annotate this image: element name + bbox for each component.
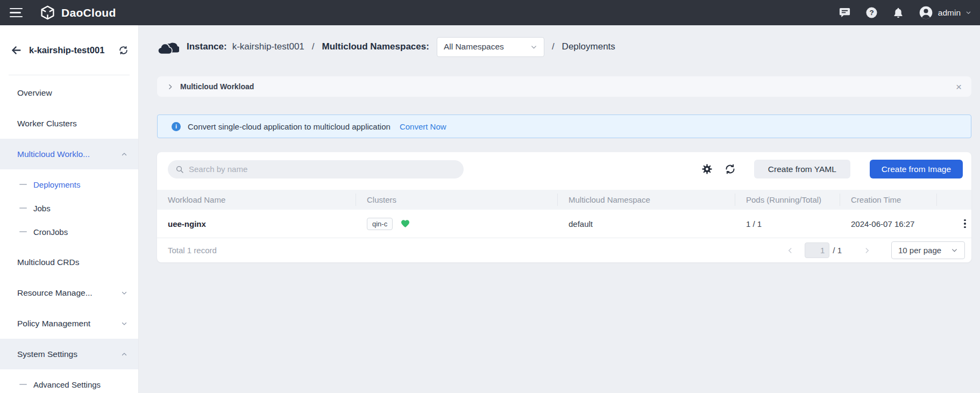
create-from-yaml-button[interactable]: Create from YAML [754, 160, 850, 178]
workload-name-link[interactable]: uee-nginx [168, 219, 206, 228]
table-row: uee-nginx qin-c default 1 / 1 2024-06-07… [157, 210, 971, 238]
sidebar-item-jobs[interactable]: Jobs [0, 196, 138, 220]
breadcrumb-separator: / [312, 41, 315, 52]
search-icon [175, 165, 184, 174]
sidebar-item-policy-management[interactable]: Policy Management [0, 308, 138, 339]
col-namespace: Multicloud Namespace [558, 194, 735, 206]
chevron-right-icon [167, 83, 174, 90]
back-arrow-icon[interactable] [11, 45, 22, 56]
sidebar-item-cronjobs[interactable]: CronJobs [0, 220, 138, 244]
sidebar-item-system-settings[interactable]: System Settings [0, 339, 138, 369]
panel-title: Multicloud Workload [180, 82, 254, 91]
alert-text: Convert single-cloud application to mult… [188, 122, 390, 131]
info-alert: i Convert single-cloud application to mu… [157, 115, 971, 138]
pagination: / 1 10 per page [783, 241, 965, 259]
dash-icon [19, 231, 27, 233]
message-icon[interactable] [839, 6, 851, 19]
total-records: Total 1 record [168, 246, 217, 255]
sidebar-item-worker-clusters[interactable]: Worker Clusters [0, 108, 138, 139]
health-heart-icon [400, 219, 410, 228]
col-pods: Pods (Running/Total) [735, 194, 840, 206]
refresh-icon[interactable] [725, 163, 736, 175]
cluster-tag[interactable]: qin-c [367, 218, 393, 230]
table-header: Workload Name Clusters Multicloud Namesp… [157, 190, 971, 210]
chevron-left-icon[interactable] [783, 245, 797, 256]
page-number-input[interactable] [805, 242, 829, 258]
page-title: Deployments [562, 41, 615, 52]
namespace-select[interactable]: All Namespaces [437, 37, 544, 57]
multicloud-workload-panel[interactable]: Multicloud Workload × [157, 76, 971, 97]
search-box [168, 160, 464, 178]
brand: DaoCloud [40, 5, 116, 20]
chevron-up-icon [121, 151, 127, 158]
col-creation-time: Creation Time [840, 194, 937, 206]
convert-now-link[interactable]: Convert Now [400, 122, 446, 131]
sidebar-item-overview[interactable]: Overview [0, 77, 138, 108]
bell-icon[interactable] [892, 6, 904, 19]
avatar-icon [919, 5, 933, 20]
create-from-image-button[interactable]: Create from Image [870, 160, 963, 178]
row-pods: 1 / 1 [735, 219, 840, 228]
breadcrumb-separator: / [552, 41, 555, 52]
help-icon[interactable]: ? [865, 6, 878, 19]
switch-cluster-icon[interactable] [118, 45, 129, 55]
dash-icon [19, 184, 27, 185]
breadcrumb: Instance: k-kairship-test001 / Multiclou… [157, 25, 971, 68]
page-total: / 1 [833, 246, 842, 255]
svg-text:?: ? [869, 9, 874, 17]
workload-card: Create from YAML Create from Image Workl… [157, 152, 971, 262]
brand-name: DaoCloud [61, 6, 116, 19]
instance-label: Instance: [187, 41, 227, 52]
dash-icon [19, 208, 27, 209]
toolbar: Create from YAML Create from Image [157, 152, 971, 186]
sidebar-item-resource-management[interactable]: Resource Manage... [0, 277, 138, 308]
table-footer: Total 1 record / 1 10 per page [157, 238, 971, 262]
chevron-up-icon [121, 351, 127, 358]
sidebar: k-kairship-test001 Overview Worker Clust… [0, 25, 139, 393]
chevron-down-icon [121, 290, 127, 296]
sidebar-item-deployments[interactable]: Deployments [0, 173, 138, 196]
user-menu[interactable]: admin [919, 5, 971, 20]
chevron-down-icon [121, 320, 127, 327]
namespaces-label: Multicloud Namespaces: [322, 41, 429, 52]
search-input[interactable] [189, 165, 456, 174]
main-content: Instance: k-kairship-test001 / Multiclou… [139, 25, 980, 393]
dash-icon [19, 384, 27, 385]
kebab-menu-icon[interactable] [961, 217, 969, 231]
sidebar-item-multicloud-workload[interactable]: Multicloud Worklo... [0, 139, 138, 169]
sidebar-item-multicloud-crds[interactable]: Multicloud CRDs [0, 247, 138, 277]
col-clusters: Clusters [356, 194, 558, 206]
instance-value[interactable]: k-kairship-test001 [232, 41, 304, 52]
col-workload-name: Workload Name [157, 194, 356, 206]
chevron-down-icon [965, 10, 971, 16]
cluster-title: k-kairship-test001 [29, 45, 111, 55]
topbar: DaoCloud ? [0, 0, 980, 25]
gear-icon[interactable] [701, 163, 713, 175]
daocloud-logo-icon [40, 5, 55, 20]
sidebar-item-advanced-settings[interactable]: Advanced Settings [0, 373, 138, 393]
row-created: 2024-06-07 16:27 [840, 219, 937, 228]
menu-icon[interactable] [10, 8, 23, 18]
chevron-right-icon[interactable] [860, 245, 874, 256]
info-icon: i [172, 122, 181, 131]
col-actions [937, 194, 971, 206]
page-size-select[interactable]: 10 per page [891, 241, 965, 259]
close-icon[interactable]: × [956, 82, 962, 92]
multicloud-icon [157, 39, 179, 55]
chevron-down-icon [951, 247, 958, 254]
username: admin [938, 8, 961, 18]
row-namespace: default [558, 219, 735, 228]
chevron-down-icon [530, 44, 537, 51]
